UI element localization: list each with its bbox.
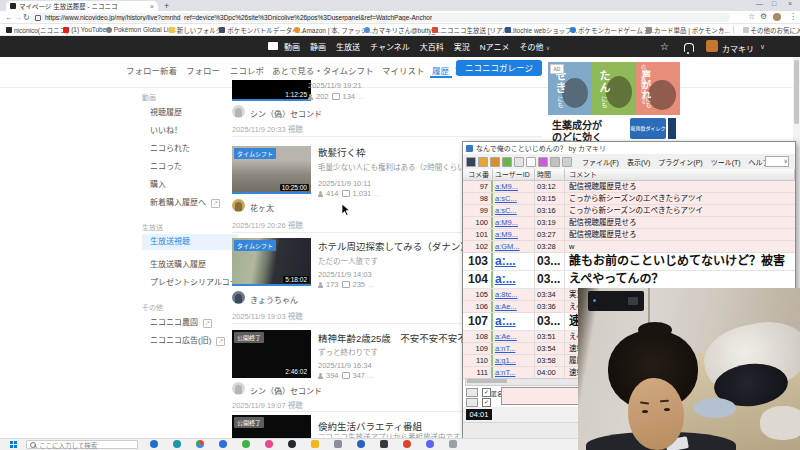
- user-name[interactable]: カマキリ: [722, 43, 754, 54]
- sidebar-item-nicorareta[interactable]: ニコられた: [150, 142, 190, 153]
- page-scrollbar-thumb[interactable]: [794, 60, 799, 124]
- viewer-title-bar[interactable]: なんで俺のこといじめんの？ by カマキリ: [463, 142, 795, 154]
- address-bar[interactable]: https://www.nicovideo.jp/my/history/live…: [30, 13, 730, 22]
- user-id-link[interactable]: a:8tc...: [493, 289, 535, 300]
- browser-tab[interactable]: マイページ 生放送履歴 - ニコニコ ×: [6, 1, 158, 11]
- taskbar-app-icon[interactable]: [219, 440, 227, 448]
- history-thumbnail[interactable]: 公開終了: [232, 415, 311, 438]
- reload-icon[interactable]: ↻: [23, 13, 30, 22]
- history-thumbnail[interactable]: タイムシフト 5:18:02: [232, 238, 311, 286]
- column-user-id[interactable]: ユーザーID: [493, 169, 535, 180]
- broadcaster-avatar[interactable]: [232, 382, 245, 395]
- sidebar-item-new-purchase[interactable]: 新着購入履歴へ↗: [150, 196, 220, 208]
- user-id-link[interactable]: a:...: [493, 253, 535, 270]
- window-close-button[interactable]: ×: [788, 0, 792, 7]
- chrome-icon[interactable]: [196, 440, 204, 448]
- folder-icon[interactable]: [490, 157, 500, 167]
- bookmark-item[interactable]: niconico(ニコニコ): [6, 25, 54, 35]
- taskbar-app-icon[interactable]: [403, 440, 411, 448]
- niconico-tv-icon[interactable]: [268, 42, 278, 50]
- taskbar-app-icon[interactable]: [380, 440, 388, 448]
- bookmark-item[interactable]: Amazon | 本, ファッシ...: [294, 25, 355, 35]
- bookmark-item[interactable]: ポケモンカードゲーム 通...: [570, 25, 637, 35]
- nav-live[interactable]: 生放送: [336, 41, 360, 52]
- taskbar-app-icon[interactable]: [311, 440, 319, 448]
- sidebar-item-purchase[interactable]: 購入: [150, 178, 166, 189]
- user-id-link[interactable]: a:...: [493, 313, 535, 330]
- taskbar-app-icon[interactable]: [173, 440, 181, 448]
- browser-profile-avatar[interactable]: [773, 13, 781, 21]
- taskbar-app-icon[interactable]: [334, 440, 342, 448]
- history-thumbnail[interactable]: 公開終了 2:46:02: [232, 330, 311, 378]
- forward-icon[interactable]: →: [14, 13, 22, 22]
- bookmark-item[interactable]: ポケモンバトルデータベ...: [219, 25, 285, 35]
- broadcaster-name[interactable]: 花ヶ太: [250, 202, 274, 213]
- save-icon[interactable]: [466, 157, 476, 167]
- bookmark-item[interactable]: カード単品 | ポケモンカ...: [646, 25, 711, 35]
- taskbar-app-icon[interactable]: [449, 440, 457, 448]
- sidebar-item-likes[interactable]: いいね！: [150, 124, 182, 135]
- user-id-link[interactable]: a:GM...: [493, 241, 535, 252]
- tab-history[interactable]: 履歴: [432, 64, 449, 76]
- doc-icon[interactable]: [526, 157, 536, 167]
- user-id-link[interactable]: a:g1...: [493, 355, 535, 366]
- open-icon[interactable]: [478, 157, 488, 167]
- nav-jikkyo[interactable]: 実況: [454, 41, 470, 52]
- broadcaster-name[interactable]: きょうちゃん: [250, 294, 298, 305]
- user-id-link[interactable]: a:M9...: [493, 181, 535, 192]
- window-minimize-button[interactable]: —: [756, 0, 763, 7]
- user-chevron-icon[interactable]: ∨: [760, 43, 765, 51]
- tab-mylist[interactable]: マイリスト: [382, 64, 425, 76]
- nav-other[interactable]: その他 ∨: [519, 41, 550, 52]
- bookmark-star-icon[interactable]: ☆: [748, 12, 755, 21]
- history-thumbnail[interactable]: タイムシフト 10:25:00: [232, 146, 311, 194]
- settings-icon[interactable]: [550, 157, 560, 167]
- bookmark-item[interactable]: カマキリさん@butty_...: [364, 25, 423, 35]
- ad-banner[interactable]: せきにも たんにも 声がれにも のどの酷使による 生薬成分が のどに効く 龍角散…: [548, 62, 680, 142]
- viewer-hscrollbar-thumb[interactable]: [467, 379, 507, 383]
- taskbar-app-icon[interactable]: [426, 440, 434, 448]
- column-comment-no[interactable]: コメ番: [463, 169, 493, 180]
- clear-icon[interactable]: [514, 157, 524, 167]
- taskbar-app-icon[interactable]: [357, 440, 365, 448]
- close-tool-icon[interactable]: [562, 157, 572, 167]
- broadcaster-name[interactable]: シン（偽）セコンド: [250, 385, 322, 396]
- taskbar-app-icon[interactable]: [288, 440, 296, 448]
- nav-seiga[interactable]: 静画: [310, 41, 326, 52]
- window-maximize-button[interactable]: □: [772, 0, 776, 7]
- bookmark-item[interactable]: Itochie webショップ...: [505, 25, 561, 35]
- user-id-link[interactable]: a:Ae...: [493, 301, 535, 312]
- bookmark-item[interactable]: 新しいフォルダ: [169, 25, 210, 35]
- tab-nicorepo[interactable]: ニコレポ: [230, 64, 264, 76]
- taskbar-search[interactable]: ここに入力して検索: [26, 440, 138, 449]
- history-thumbnail[interactable]: 1:12:25: [232, 80, 311, 101]
- user-id-link[interactable]: a:...: [493, 271, 535, 288]
- anonymous-checkbox[interactable]: ✓: [482, 388, 491, 397]
- user-avatar[interactable]: [706, 40, 718, 52]
- broadcaster-avatar[interactable]: [232, 291, 245, 304]
- garage-star-icon[interactable]: ☆: [660, 41, 669, 52]
- bookmark-item[interactable]: Pokémon Global Link: [106, 26, 160, 33]
- tab-follow-new[interactable]: フォロー新着: [126, 64, 177, 76]
- user-id-link[interactable]: a:nT...: [493, 367, 535, 378]
- broadcaster-name[interactable]: シン（偽）セコンド: [250, 108, 322, 119]
- user-id-link[interactable]: a:Ae...: [493, 331, 535, 342]
- browser-menu-icon[interactable]: ⋮: [789, 12, 797, 21]
- back-icon[interactable]: ←: [5, 13, 13, 22]
- sidebar-item-nouen[interactable]: ニコニコ農園↗: [150, 316, 212, 328]
- bookmark-item[interactable]: ニコニコ生放送 [リアル...: [432, 25, 495, 35]
- taskbar-app-icon[interactable]: [150, 440, 158, 448]
- sidebar-item-nicotta[interactable]: ニコった: [150, 160, 182, 171]
- broadcaster-avatar[interactable]: [232, 105, 245, 118]
- post-button-1[interactable]: [466, 388, 478, 397]
- user-id-link[interactable]: a:sC...: [493, 193, 535, 204]
- user-id-link[interactable]: a:M9...: [493, 217, 535, 228]
- garage-button[interactable]: ニコニコガレージ: [456, 60, 542, 76]
- connect-icon[interactable]: [502, 157, 512, 167]
- tab-close-icon[interactable]: ×: [150, 3, 154, 10]
- nav-channel[interactable]: チャンネル: [370, 41, 410, 52]
- sidebar-item-watch-history[interactable]: 視聴履歴: [150, 106, 182, 117]
- nav-video[interactable]: 動画: [284, 41, 300, 52]
- broadcaster-avatar[interactable]: [232, 199, 245, 212]
- nav-anime[interactable]: Nアニメ: [480, 41, 510, 52]
